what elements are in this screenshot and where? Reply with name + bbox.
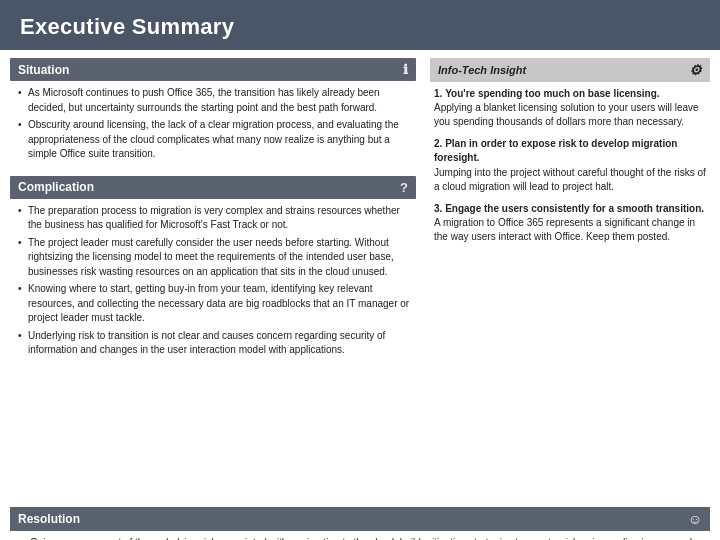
- list-item: Obscurity around licensing, the lack of …: [16, 118, 410, 162]
- situation-label: Situation: [18, 63, 69, 77]
- insight-title-3: 3. Engage the users consistently for a s…: [434, 202, 706, 216]
- infotech-icon: ⚙: [689, 62, 702, 78]
- complication-body: The preparation process to migration is …: [10, 199, 416, 366]
- list-item: The project leader must carefully consid…: [16, 236, 410, 280]
- left-column: Situation ℹ As Microsoft continues to pu…: [10, 58, 416, 501]
- header: Executive Summary: [0, 0, 720, 50]
- right-column: Info-Tech Insight ⚙ 1. You're spending t…: [426, 58, 710, 501]
- resolution-bullets: Gain an assessment of the underlying ris…: [18, 536, 702, 540]
- insight-item-1: 1. You're spending too much on base lice…: [434, 87, 706, 129]
- main-content: Situation ℹ As Microsoft continues to pu…: [0, 50, 720, 507]
- resolution-icon: ☺: [688, 511, 702, 527]
- insight-body-1: Applying a blanket licensing solution to…: [434, 101, 706, 129]
- insight-item-2: 2. Plan in order to expose risk to devel…: [434, 137, 706, 193]
- list-item: As Microsoft continues to push Office 36…: [16, 86, 410, 115]
- list-item: Underlying risk to transition is not cle…: [16, 329, 410, 358]
- resolution-body: Gain an assessment of the underlying ris…: [10, 531, 710, 540]
- page-title: Executive Summary: [20, 14, 234, 39]
- infotech-body: 1. You're spending too much on base lice…: [430, 82, 710, 257]
- situation-section: Situation ℹ As Microsoft continues to pu…: [10, 58, 416, 170]
- insight-item-3: 3. Engage the users consistently for a s…: [434, 202, 706, 244]
- resolution-section: Resolution ☺ Gain an assessment of the u…: [0, 507, 720, 540]
- complication-section: Complication ? The preparation process t…: [10, 176, 416, 366]
- situation-bullets: As Microsoft continues to push Office 36…: [16, 86, 410, 162]
- complication-bullets: The preparation process to migration is …: [16, 204, 410, 358]
- resolution-label: Resolution: [18, 512, 80, 526]
- situation-header: Situation ℹ: [10, 58, 416, 81]
- list-item: The preparation process to migration is …: [16, 204, 410, 233]
- resolution-header: Resolution ☺: [10, 507, 710, 531]
- list-item: Knowing where to start, getting buy-in f…: [16, 282, 410, 326]
- infotech-label: Info-Tech Insight: [438, 64, 526, 76]
- infotech-section: Info-Tech Insight ⚙ 1. You're spending t…: [430, 58, 710, 257]
- insight-title-1: 1. You're spending too much on base lice…: [434, 87, 706, 101]
- situation-body: As Microsoft continues to push Office 36…: [10, 81, 416, 170]
- complication-header: Complication ?: [10, 176, 416, 199]
- situation-icon: ℹ: [403, 62, 408, 77]
- list-item: Gain an assessment of the underlying ris…: [18, 536, 702, 540]
- infotech-header: Info-Tech Insight ⚙: [430, 58, 710, 82]
- insight-title-2: 2. Plan in order to expose risk to devel…: [434, 137, 706, 165]
- insight-body-3: A migration to Office 365 represents a s…: [434, 216, 706, 244]
- complication-label: Complication: [18, 180, 94, 194]
- complication-icon: ?: [400, 180, 408, 195]
- insight-body-2: Jumping into the project without careful…: [434, 166, 706, 194]
